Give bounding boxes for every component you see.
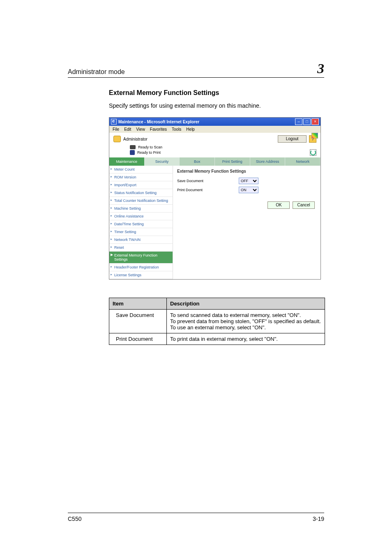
sidebar-item-total-counter[interactable]: Total Counter Notification Setting [109, 197, 173, 205]
cell-desc: To send scanned data to external memory,… [167, 310, 325, 333]
sidebar-item-import-export[interactable]: Import/Export [109, 181, 173, 189]
status-scan: Ready to Scan [138, 145, 162, 149]
tab-print-setting[interactable]: Print Setting [215, 157, 250, 166]
table-row: Print Document To print data in external… [109, 333, 325, 345]
tab-network[interactable]: Network [285, 157, 321, 166]
sidebar-item-reset[interactable]: Reset [109, 244, 173, 252]
sidebar-item-meter-count[interactable]: Meter Count [109, 166, 173, 173]
maximize-button[interactable]: □ [303, 118, 311, 125]
description-table: Item Description Save Document To send s… [109, 298, 325, 345]
cancel-button[interactable]: Cancel [293, 201, 315, 209]
settings-panel: External Memory Function Settings Save D… [173, 166, 321, 279]
sidebar-item-status-notification[interactable]: Status Notification Setting [109, 189, 173, 197]
cell-item: Save Document [109, 310, 167, 333]
browser-menubar: File Edit View Favorites Tools Help [109, 126, 321, 133]
printer-icon [130, 150, 135, 155]
footer-model: C550 [68, 516, 81, 522]
table-row: Save Document To send scanned data to ex… [109, 310, 325, 333]
window-titlebar: Maintenance - Microsoft Internet Explore… [109, 118, 321, 126]
role-label: Administrator [123, 137, 275, 141]
ie-icon [111, 119, 117, 125]
refresh-icon[interactable] [310, 149, 316, 156]
menu-view[interactable]: View [136, 127, 145, 132]
col-item: Item [109, 298, 167, 310]
panel-title: External Memory Function Settings [177, 169, 316, 173]
cell-item: Print Document [109, 333, 167, 345]
ok-button[interactable]: OK [267, 201, 290, 209]
menu-edit[interactable]: Edit [124, 127, 131, 132]
sidebar-item-header-footer[interactable]: Header/Footer Registration [109, 264, 173, 271]
sidebar-item-online-assistance[interactable]: Online Assistance [109, 213, 173, 220]
menu-file[interactable]: File [113, 127, 119, 132]
windows-flag-icon [311, 133, 318, 139]
menu-favorites[interactable]: Favorites [150, 127, 167, 132]
tab-maintenance[interactable]: Maintenance [109, 157, 145, 166]
app-header: Administrator Logout ? [109, 133, 321, 145]
menu-help[interactable]: Help [186, 127, 195, 132]
tab-security[interactable]: Security [145, 157, 180, 166]
save-document-label: Save Document [177, 179, 239, 183]
print-document-select[interactable]: ON [239, 187, 258, 193]
section-body-text: Specify settings for using external memo… [109, 102, 324, 110]
window-title: Maintenance - Microsoft Internet Explore… [118, 120, 295, 124]
sidebar-item-timer-setting[interactable]: Timer Setting [109, 228, 173, 236]
printer-status-block: Ready to Scan Ready to Print [109, 145, 321, 157]
running-header-title: Administrator mode [68, 68, 125, 76]
save-document-select[interactable]: OFF [239, 178, 258, 184]
section-heading: External Memory Function Settings [109, 89, 324, 97]
sidebar-item-external-memory[interactable]: External Memory Function Settings [109, 252, 173, 264]
col-description: Description [167, 298, 325, 310]
chapter-number: 3 [317, 62, 324, 76]
admin-icon [113, 136, 121, 142]
menu-tools[interactable]: Tools [172, 127, 181, 132]
logout-button[interactable]: Logout [278, 135, 307, 143]
scanner-icon [130, 145, 136, 149]
cell-desc: To print data in external memory, select… [167, 333, 325, 345]
running-header: Administrator mode 3 [68, 62, 324, 78]
sidebar: Meter Count ROM Version Import/Export St… [109, 166, 173, 279]
page-footer: C550 3-19 [68, 513, 324, 522]
sidebar-item-rom-version[interactable]: ROM Version [109, 173, 173, 181]
sidebar-item-date-time[interactable]: Date/Time Setting [109, 220, 173, 228]
tab-box[interactable]: Box [180, 157, 215, 166]
footer-page-number: 3-19 [313, 516, 324, 522]
minimize-button[interactable]: – [295, 118, 302, 125]
tab-store-address[interactable]: Store Address [250, 157, 286, 166]
close-button[interactable]: × [311, 118, 319, 125]
sidebar-item-network-twain[interactable]: Network TWAIN [109, 236, 173, 244]
sidebar-item-machine-setting[interactable]: Machine Setting [109, 205, 173, 213]
sidebar-item-license-settings[interactable]: License Settings [109, 271, 173, 279]
window-buttons: – □ × [295, 118, 319, 125]
embedded-browser-window: Maintenance - Microsoft Internet Explore… [109, 117, 321, 280]
print-document-label: Print Document [177, 188, 239, 192]
main-tabs: Maintenance Security Box Print Setting S… [109, 157, 321, 166]
status-print: Ready to Print [137, 150, 161, 155]
